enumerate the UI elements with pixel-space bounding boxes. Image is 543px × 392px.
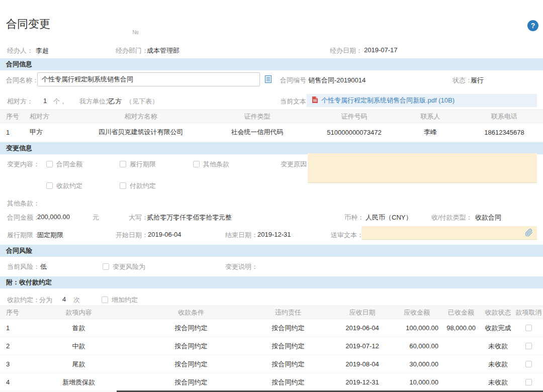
column-header: 序号 [0, 306, 20, 319]
status-label: 状态： [452, 76, 472, 85]
checkbox-label: 付款约定 [130, 182, 156, 189]
cancel-cell [514, 355, 543, 373]
receipt-status-cell: 未收款 [482, 337, 514, 355]
table-cell: 3 [0, 355, 20, 373]
operator-label: 经办人： [7, 46, 33, 55]
start-date-label: 开始日期： [116, 231, 148, 240]
amount-value: 200,000.00 [37, 213, 70, 221]
section-header-risk: 合同风险 [0, 245, 543, 257]
see-table-note: （见下表） [126, 97, 158, 106]
row-cancel-checkbox[interactable] [525, 379, 532, 385]
checkbox-label: 其他条款 [203, 160, 229, 168]
column-header: 相对方 [20, 110, 80, 123]
table-cell: 10,000.00 [393, 373, 440, 391]
table-cell [440, 373, 482, 391]
table-row: 1 甲方 四川省贝克建筑设计有限公司 社会统一信用代码 510000000073… [0, 123, 543, 142]
amount-unit: 元 [93, 213, 99, 222]
table-cell: 按合同约定 [245, 355, 331, 373]
row-cancel-checkbox[interactable] [525, 361, 532, 367]
table-cell: 4 [0, 373, 20, 391]
table-cell: 按合同约定 [137, 337, 245, 355]
amount-label: 合同金额： [7, 213, 40, 222]
table-row: 3 尾款 按合同约定 按合同约定 2019-08-04 30,000.00 未收… [0, 355, 543, 373]
times-unit: 次 [73, 296, 80, 305]
column-header: 应收日期 [331, 306, 393, 319]
contract-name-label: 合同名称： [6, 76, 39, 85]
review-doc-label: 送审文本： [331, 231, 364, 240]
checkbox-label: 合同金额 [56, 160, 82, 168]
table-cell: 尾款 [20, 355, 137, 373]
table-cell: 98,000.00 [440, 319, 482, 337]
current-risk-label: 当前风险： [7, 262, 40, 271]
change-risk-checkbox[interactable] [103, 263, 109, 270]
payment-table-header-row: 序号 款项内容 收款条件 违约责任 应收日期 应收金额 已收金额 收款状态 款项… [0, 306, 543, 319]
table-cell: 按合同约定 [137, 355, 245, 373]
table-cell: 510000000073472 [313, 123, 395, 142]
party-table-header-row: 序号 相对方 相对方名称 证件类型 证件号码 联系人 联系电话 [0, 110, 543, 123]
table-cell: 30,000.00 [393, 355, 440, 373]
table-cell: 首款 [20, 319, 137, 337]
column-header: 应收金额 [393, 306, 440, 319]
party-table: 序号 相对方 相对方名称 证件类型 证件号码 联系人 联系电话 1 甲方 四川省… [0, 110, 543, 142]
column-header: 联系人 [395, 110, 466, 123]
counterparty-count-unit: 个， [53, 97, 66, 106]
help-icon[interactable]: ? [527, 20, 538, 31]
times-value: 4 [62, 296, 66, 303]
add-agreement-label: 增加约定 [112, 296, 138, 304]
handle-date-value: 2019-07-17 [364, 46, 398, 54]
change-risk-label: 变更风险为 [113, 263, 145, 270]
end-date-value: 2019-12-31 [257, 231, 291, 238]
column-header: 违约责任 [245, 306, 331, 319]
table-row: 1 首款 按合同约定 按合同约定 2019-06-04 100,000.00 9… [0, 319, 543, 337]
review-doc-field[interactable] [361, 226, 537, 240]
table-cell: 2019-06-04 [331, 319, 393, 337]
page-title: 合同变更 [6, 17, 50, 32]
table-cell: 1 [0, 319, 20, 337]
table-cell: 60,000.00 [393, 337, 440, 355]
operator-value: 李超 [36, 46, 49, 55]
column-header: 相对方名称 [80, 110, 201, 123]
column-header: 证件类型 [201, 110, 313, 123]
contract-doc-list-icon[interactable] [264, 75, 272, 85]
change-reason-textarea[interactable] [308, 153, 537, 183]
amount-caps-label: 大写： [129, 213, 148, 222]
performance-term-checkbox[interactable] [120, 161, 126, 167]
department-label: 经办部门： [116, 46, 148, 55]
receipt-agreement-label: 收款约定： [7, 296, 40, 305]
pay-type-value: 收款合同 [475, 213, 501, 222]
row-cancel-checkbox[interactable] [525, 343, 532, 349]
column-header: 款项内容 [20, 306, 137, 319]
table-cell: 按合同约定 [245, 373, 331, 391]
column-header: 证件号码 [313, 110, 395, 123]
table-cell: 按合同约定 [245, 319, 331, 337]
column-header: 序号 [0, 110, 20, 123]
department-value: 成本管理部 [147, 46, 179, 55]
table-cell: 18612345678 [466, 123, 543, 142]
table-cell: 2019-12-31 [331, 373, 393, 391]
table-cell: 100,000.00 [393, 319, 440, 337]
column-header: 联系电话 [466, 110, 543, 123]
paperclip-icon[interactable] [525, 229, 533, 238]
cancel-cell [514, 319, 543, 337]
row-cancel-checkbox[interactable] [525, 325, 532, 331]
payment-table: 序号 款项内容 收款条件 违约责任 应收日期 应收金额 已收金额 收款状态 款项… [0, 306, 543, 391]
amount-caps-value: 贰拾零万零仟零佰零拾零元整 [147, 213, 232, 222]
payment-agreement-checkbox[interactable] [120, 182, 126, 189]
table-cell: 1 [0, 123, 20, 142]
contract-amount-checkbox[interactable] [46, 161, 53, 167]
other-terms-checkbox[interactable] [193, 161, 200, 167]
end-date-label: 结束日期： [225, 231, 258, 240]
table-cell: 2019-08-04 [331, 355, 393, 373]
table-cell: 中款 [20, 337, 137, 355]
current-doc-link[interactable]: 个性专属行程定制系统销售合同新版.pdf (10B) [321, 96, 455, 105]
checkbox-label: 收款约定 [56, 182, 82, 189]
start-date-value: 2019-06-04 [148, 231, 182, 238]
table-cell: 按合同约定 [137, 319, 245, 337]
table-cell: 李峰 [395, 123, 466, 142]
split-label: 分为 [39, 296, 52, 305]
add-agreement-checkbox[interactable] [102, 297, 108, 303]
risk-note-label: 变更说明： [225, 262, 258, 271]
receipt-status-cell: 收款完成 [482, 319, 514, 337]
contract-name-input[interactable] [37, 72, 260, 86]
receipt-agreement-checkbox[interactable] [46, 182, 53, 189]
